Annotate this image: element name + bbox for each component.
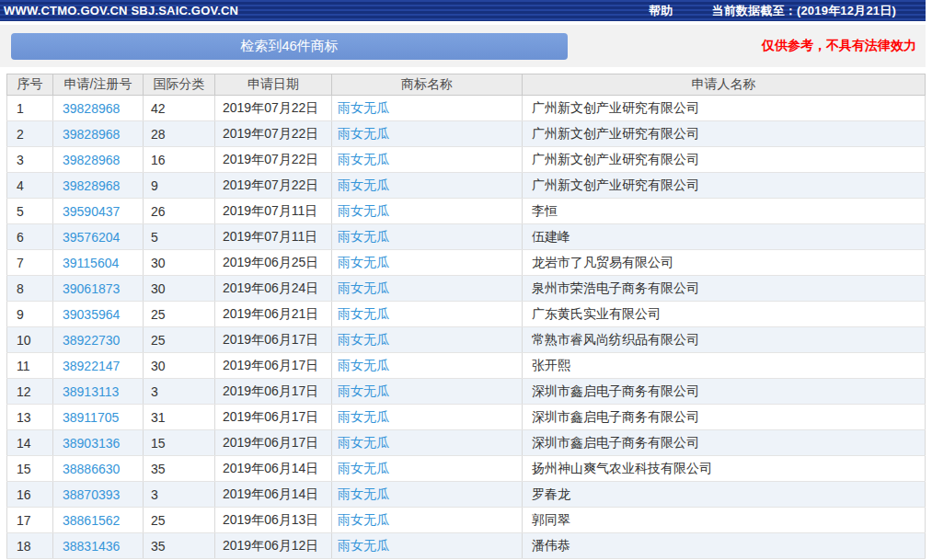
- cell-applicant: 龙岩市了凡贸易有限公司: [523, 250, 926, 276]
- cell-apply-date: 2019年07月11日: [215, 199, 332, 224]
- mark-name-link[interactable]: 雨女无瓜: [338, 358, 389, 372]
- table-row: 13 38911705 31 2019年06月17日 雨女无瓜 深圳市鑫启电子商…: [7, 405, 926, 430]
- cell-serial: 10: [7, 327, 53, 353]
- mark-name-link[interactable]: 雨女无瓜: [338, 486, 389, 501]
- reg-number-link[interactable]: 38903136: [63, 436, 120, 451]
- cell-serial: 8: [7, 276, 53, 302]
- cell-apply-date: 2019年07月22日: [215, 96, 332, 121]
- reg-number-link[interactable]: 39590437: [63, 204, 120, 219]
- table-row: 5 39590437 26 2019年07月11日 雨女无瓜 李恒: [7, 199, 926, 224]
- cell-serial: 9: [7, 302, 53, 327]
- cell-apply-date: 2019年07月22日: [215, 121, 332, 147]
- cell-mark-name: 雨女无瓜: [332, 96, 523, 121]
- reg-number-link[interactable]: 39576204: [63, 230, 120, 245]
- cell-reg-number: 39828968: [53, 147, 144, 173]
- column-header-class: 国际分类: [144, 74, 215, 96]
- cell-mark-name: 雨女无瓜: [332, 147, 523, 173]
- mark-name-link[interactable]: 雨女无瓜: [338, 409, 389, 424]
- cell-intl-class: 25: [144, 508, 215, 533]
- cell-mark-name: 雨女无瓜: [332, 199, 523, 224]
- page: WWW.CTMO.GOV.CN SBJ.SAIC.GOV.CN 帮助 当前数据截…: [0, 0, 932, 560]
- cell-applicant: 深圳市鑫启电子商务有限公司: [523, 405, 926, 430]
- cell-mark-name: 雨女无瓜: [332, 327, 523, 353]
- table-row: 11 38922147 30 2019年06月17日 雨女无瓜 张开熙: [7, 353, 926, 379]
- reg-number-link[interactable]: 38886630: [63, 462, 120, 476]
- cell-intl-class: 3: [144, 379, 215, 405]
- help-link[interactable]: 帮助: [649, 3, 673, 19]
- cell-apply-date: 2019年06月14日: [215, 482, 332, 508]
- mark-name-link[interactable]: 雨女无瓜: [338, 177, 389, 192]
- mark-name-link[interactable]: 雨女无瓜: [338, 203, 389, 218]
- cell-reg-number: 38903136: [53, 430, 144, 456]
- mark-name-link[interactable]: 雨女无瓜: [338, 280, 389, 295]
- cell-mark-name: 雨女无瓜: [332, 430, 523, 456]
- table-row: 2 39828968 28 2019年07月22日 雨女无瓜 广州新文创产业研究…: [7, 121, 926, 147]
- mark-name-link[interactable]: 雨女无瓜: [338, 126, 389, 141]
- cell-serial: 3: [7, 147, 53, 173]
- table-row: 10 38922730 25 2019年06月17日 雨女无瓜 常熟市睿风尚纺织…: [7, 327, 926, 353]
- cell-mark-name: 雨女无瓜: [332, 456, 523, 482]
- mark-name-link[interactable]: 雨女无瓜: [338, 229, 389, 244]
- cell-intl-class: 26: [144, 199, 215, 224]
- cell-applicant: 李恒: [523, 199, 926, 224]
- mark-name-link[interactable]: 雨女无瓜: [338, 255, 389, 269]
- cell-intl-class: 15: [144, 430, 215, 456]
- mark-name-link[interactable]: 雨女无瓜: [338, 100, 389, 115]
- reg-number-link[interactable]: 39115604: [63, 256, 119, 270]
- cell-serial: 1: [7, 96, 53, 121]
- reg-number-link[interactable]: 39035964: [63, 307, 120, 322]
- mark-name-link[interactable]: 雨女无瓜: [338, 435, 389, 450]
- cell-reg-number: 39035964: [53, 302, 144, 327]
- cell-reg-number: 38861562: [53, 508, 144, 533]
- mark-name-link[interactable]: 雨女无瓜: [338, 306, 389, 321]
- cell-reg-number: 39828968: [53, 121, 144, 147]
- table-row: 12 38913113 3 2019年06月17日 雨女无瓜 深圳市鑫启电子商务…: [7, 379, 926, 405]
- reg-number-link[interactable]: 39061873: [63, 281, 120, 296]
- reg-number-link[interactable]: 39828968: [63, 153, 120, 167]
- column-header-serial: 序号: [7, 74, 53, 96]
- table-row: 14 38903136 15 2019年06月17日 雨女无瓜 深圳市鑫启电子商…: [7, 430, 926, 456]
- disclaimer-text: 仅供参考，不具有法律效力: [762, 25, 916, 67]
- cell-serial: 16: [7, 482, 53, 508]
- cell-applicant: 潘伟恭: [523, 533, 926, 559]
- cell-intl-class: 30: [144, 250, 215, 276]
- cell-mark-name: 雨女无瓜: [332, 379, 523, 405]
- mark-name-link[interactable]: 雨女无瓜: [338, 512, 389, 527]
- reg-number-link[interactable]: 38831436: [63, 539, 120, 554]
- mark-name-link[interactable]: 雨女无瓜: [338, 332, 389, 347]
- table-row: 8 39061873 30 2019年06月24日 雨女无瓜 泉州市荣浩电子商务…: [7, 276, 926, 302]
- cell-intl-class: 35: [144, 456, 215, 482]
- results-count-button[interactable]: 检索到46件商标: [11, 33, 568, 60]
- cell-apply-date: 2019年07月22日: [215, 173, 332, 199]
- cell-applicant: 伍建峰: [523, 224, 926, 250]
- reg-number-link[interactable]: 39828968: [63, 101, 120, 116]
- cell-reg-number: 39576204: [53, 224, 144, 250]
- results-tbody: 1 39828968 42 2019年07月22日 雨女无瓜 广州新文创产业研究…: [7, 96, 926, 559]
- reg-number-link[interactable]: 39828968: [63, 127, 120, 142]
- column-header-date: 申请日期: [215, 74, 332, 96]
- reg-number-link[interactable]: 38861562: [63, 513, 120, 528]
- cell-serial: 7: [7, 250, 53, 276]
- cell-applicant: 广东黄氏实业有限公司: [523, 302, 926, 327]
- reg-number-link[interactable]: 38870393: [63, 487, 120, 502]
- reg-number-link[interactable]: 38913113: [63, 384, 119, 399]
- mark-name-link[interactable]: 雨女无瓜: [338, 152, 389, 166]
- cell-apply-date: 2019年06月21日: [215, 302, 332, 327]
- reg-number-link[interactable]: 38922730: [63, 333, 120, 348]
- cell-apply-date: 2019年06月17日: [215, 353, 332, 379]
- cell-apply-date: 2019年06月17日: [215, 379, 332, 405]
- cell-mark-name: 雨女无瓜: [332, 121, 523, 147]
- mark-name-link[interactable]: 雨女无瓜: [338, 383, 389, 398]
- cell-reg-number: 38913113: [53, 379, 144, 405]
- cell-mark-name: 雨女无瓜: [332, 173, 523, 199]
- mark-name-link[interactable]: 雨女无瓜: [338, 461, 389, 475]
- cell-mark-name: 雨女无瓜: [332, 482, 523, 508]
- table-row: 17 38861562 25 2019年06月13日 雨女无瓜 郭同翠: [7, 508, 926, 533]
- reg-number-link[interactable]: 38911705: [63, 410, 119, 425]
- toolbar: 检索到46件商标 仅供参考，不具有法律效力: [0, 25, 926, 67]
- reg-number-link[interactable]: 38922147: [63, 359, 120, 373]
- cell-reg-number: 39590437: [53, 199, 144, 224]
- cell-serial: 13: [7, 405, 53, 430]
- reg-number-link[interactable]: 39828968: [63, 178, 120, 193]
- mark-name-link[interactable]: 雨女无瓜: [338, 538, 389, 553]
